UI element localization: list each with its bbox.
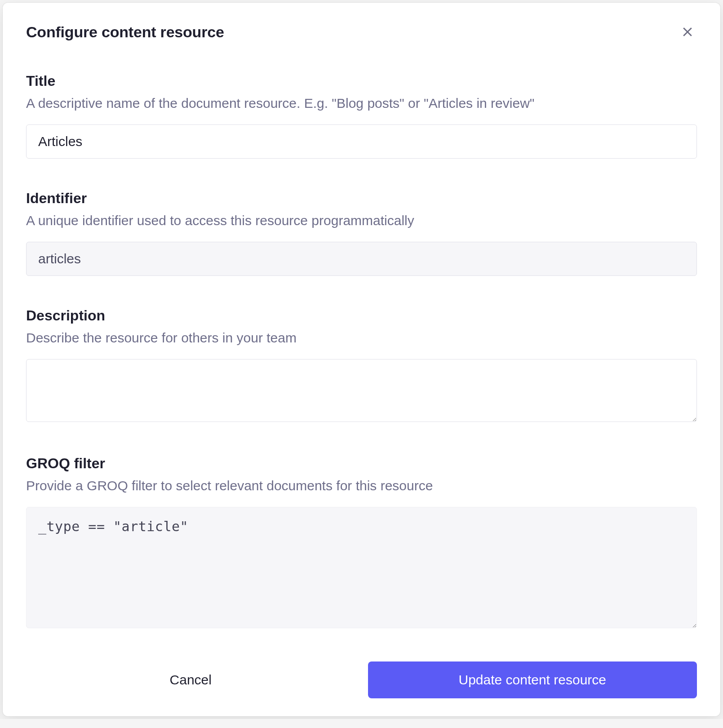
cancel-button[interactable]: Cancel — [26, 661, 355, 698]
title-input[interactable] — [26, 124, 697, 159]
dialog-title: Configure content resource — [26, 23, 224, 41]
close-icon — [681, 25, 694, 39]
title-help-text: A descriptive name of the document resou… — [26, 94, 697, 113]
description-help-text: Describe the resource for others in your… — [26, 328, 697, 347]
groq-filter-field-group: GROQ filter Provide a GROQ filter to sel… — [26, 455, 697, 630]
dialog-header: Configure content resource — [26, 22, 697, 41]
description-label: Description — [26, 307, 697, 324]
identifier-help-text: A unique identifier used to access this … — [26, 211, 697, 230]
identifier-field-group: Identifier A unique identifier used to a… — [26, 190, 697, 276]
title-field-group: Title A descriptive name of the document… — [26, 73, 697, 159]
identifier-label: Identifier — [26, 190, 697, 207]
update-content-resource-button[interactable]: Update content resource — [368, 661, 697, 698]
description-input[interactable] — [26, 359, 697, 422]
dialog-actions: Cancel Update content resource — [26, 661, 697, 698]
close-button[interactable] — [678, 22, 697, 41]
configure-content-resource-dialog: Configure content resource Title A descr… — [3, 3, 720, 716]
groq-filter-label: GROQ filter — [26, 455, 697, 472]
description-field-group: Description Describe the resource for ot… — [26, 307, 697, 424]
groq-filter-input[interactable]: _type == "article" — [26, 507, 697, 628]
groq-filter-help-text: Provide a GROQ filter to select relevant… — [26, 476, 697, 495]
identifier-input[interactable] — [26, 242, 697, 276]
title-label: Title — [26, 73, 697, 89]
